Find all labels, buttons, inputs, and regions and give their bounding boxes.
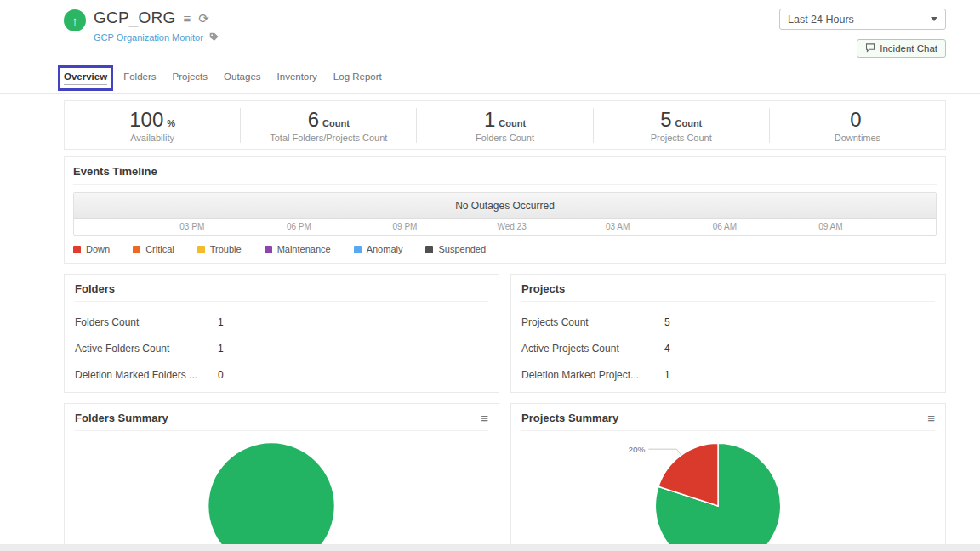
projects-summary-title: Projects Summary (521, 412, 618, 424)
folders-panel: Folders Folders Count1 Active Folders Co… (64, 274, 499, 393)
maintenance-color-swatch (265, 246, 272, 253)
table-row: Deletion Marked Project...1 (521, 369, 935, 381)
legend-item-anomaly: Anomaly (354, 244, 403, 254)
folders-summary-pie-chart: 100% (75, 433, 488, 551)
tab-overview[interactable]: Overview (64, 71, 107, 85)
tab-outages[interactable]: Outages (224, 71, 260, 85)
stat-downtimes: 0 Downtimes (770, 108, 945, 143)
events-timeline-title: Events Timeline (73, 165, 937, 185)
time-range-value: Last 24 Hours (788, 14, 854, 26)
refresh-icon[interactable]: ⟳ (198, 12, 209, 25)
incident-chat-button[interactable]: Incident Chat (857, 39, 946, 58)
availability-up-icon: ↑ (64, 9, 86, 31)
legend-item-suspended: Suspended (425, 244, 486, 254)
chart-menu-icon[interactable]: ≡ (481, 412, 488, 424)
tab-log-report[interactable]: Log Report (333, 71, 382, 85)
suspended-color-swatch (425, 246, 433, 253)
chevron-down-icon (931, 17, 937, 21)
time-range-select[interactable]: Last 24 Hours (779, 9, 946, 30)
table-row: Projects Count5 (521, 316, 935, 328)
anomaly-color-swatch (354, 246, 362, 253)
table-row: Deletion Marked Folders ...0 (75, 369, 488, 381)
stat-folders-count: 1Count Folders Count (417, 108, 593, 143)
folders-panel-title: Folders (75, 282, 488, 302)
projects-panel: Projects Projects Count5 Active Projects… (510, 274, 946, 393)
legend-item-maintenance: Maintenance (265, 244, 331, 254)
projects-summary-pie-chart: 80%20% (521, 433, 935, 551)
folders-summary-title: Folders Summary (75, 412, 168, 424)
chat-icon (865, 43, 875, 54)
legend-item-trouble: Trouble (197, 244, 242, 254)
stat-total-count: 6Count Total Folders/Projects Count (241, 108, 417, 143)
projects-panel-title: Projects (521, 282, 935, 302)
tag-icon[interactable] (209, 30, 219, 45)
projects-summary-panel: Projects Summary ≡ 80%20% Active Project… (510, 403, 946, 551)
monitor-title: GCP_ORG (94, 9, 175, 27)
critical-color-swatch (133, 246, 140, 253)
down-color-swatch (73, 246, 81, 253)
page-bottom-strip (0, 544, 980, 551)
events-timeline-panel: Events Timeline No Outages Occurred 03 P… (64, 156, 946, 264)
events-timeline-chart: No Outages Occurred 03 PM 06 PM 09 PM We… (73, 192, 937, 236)
no-outages-bar: No Outages Occurred (74, 193, 936, 219)
tab-folders[interactable]: Folders (123, 71, 156, 85)
monitor-tabs: Overview Folders Projects Outages Invent… (0, 66, 980, 94)
stat-availability: 100% Availability (65, 108, 241, 143)
page-header: ↑ GCP_ORG ≡ ⟳ GCP Organization Monitor L… (0, 0, 980, 58)
chart-menu-icon[interactable]: ≡ (927, 412, 935, 424)
legend-item-down: Down (73, 244, 110, 254)
tab-inventory[interactable]: Inventory (277, 71, 317, 85)
table-row: Active Folders Count1 (75, 343, 488, 355)
table-row: Active Projects Count4 (521, 343, 935, 355)
timeline-axis: 03 PM 06 PM 09 PM Wed 23 03 AM 06 AM 09 … (74, 219, 936, 235)
stats-summary-bar: 100% Availability 6Count Total Folders/P… (64, 100, 946, 150)
folders-summary-panel: Folders Summary ≡ 100% Active Folders Co… (64, 403, 499, 551)
timeline-legend: Down Critical Trouble Maintenance Anomal… (73, 244, 937, 254)
table-row: Folders Count1 (75, 316, 488, 328)
legend-item-critical: Critical (133, 244, 174, 254)
tab-projects[interactable]: Projects (173, 71, 208, 85)
monitor-type-link[interactable]: GCP Organization Monitor (94, 32, 203, 43)
stat-projects-count: 5Count Projects Count (594, 108, 770, 143)
monitor-actions-menu-icon[interactable]: ≡ (183, 12, 191, 25)
svg-text:20%: 20% (629, 445, 646, 454)
trouble-color-swatch (197, 246, 205, 253)
